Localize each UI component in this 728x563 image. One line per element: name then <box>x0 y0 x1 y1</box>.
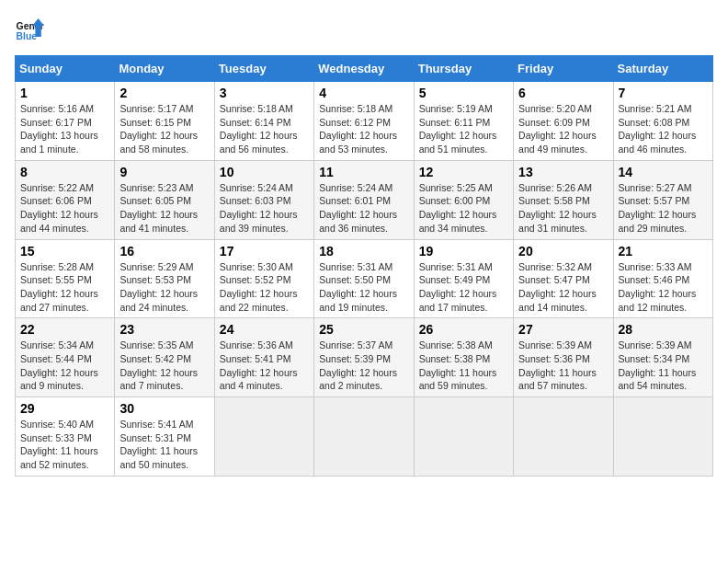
day-info: Sunrise: 5:34 AM Sunset: 5:44 PM Dayligh… <box>20 339 109 393</box>
calendar-cell: 8Sunrise: 5:22 AM Sunset: 6:06 PM Daylig… <box>16 160 115 239</box>
day-info: Sunrise: 5:21 AM Sunset: 6:08 PM Dayligh… <box>619 102 708 156</box>
day-number: 30 <box>119 401 209 416</box>
calendar-week-row: 1Sunrise: 5:16 AM Sunset: 6:17 PM Daylig… <box>16 82 713 161</box>
day-number: 28 <box>619 322 708 337</box>
calendar-cell: 5Sunrise: 5:19 AM Sunset: 6:11 PM Daylig… <box>414 82 513 161</box>
day-number: 17 <box>220 244 309 259</box>
calendar-cell: 10Sunrise: 5:24 AM Sunset: 6:03 PM Dayli… <box>214 160 313 239</box>
calendar-cell: 1Sunrise: 5:16 AM Sunset: 6:17 PM Daylig… <box>16 82 115 161</box>
day-number: 16 <box>119 244 209 259</box>
day-number: 4 <box>319 86 408 100</box>
day-number: 25 <box>319 322 408 337</box>
calendar-cell: 30Sunrise: 5:41 AM Sunset: 5:31 PM Dayli… <box>115 397 214 477</box>
calendar-cell: 11Sunrise: 5:24 AM Sunset: 6:01 PM Dayli… <box>314 160 414 239</box>
calendar-cell <box>214 397 313 477</box>
calendar-cell: 4Sunrise: 5:18 AM Sunset: 6:12 PM Daylig… <box>314 82 414 161</box>
day-info: Sunrise: 5:26 AM Sunset: 5:58 PM Dayligh… <box>518 181 608 236</box>
day-info: Sunrise: 5:36 AM Sunset: 5:41 PM Dayligh… <box>220 339 309 393</box>
calendar-week-row: 8Sunrise: 5:22 AM Sunset: 6:06 PM Daylig… <box>16 160 713 239</box>
header-sunday: Sunday <box>16 56 115 82</box>
svg-text:Blue: Blue <box>17 31 38 41</box>
day-info: Sunrise: 5:18 AM Sunset: 6:14 PM Dayligh… <box>220 102 309 156</box>
day-number: 15 <box>20 244 109 259</box>
calendar-cell: 27Sunrise: 5:39 AM Sunset: 5:36 PM Dayli… <box>514 318 613 397</box>
day-info: Sunrise: 5:29 AM Sunset: 5:53 PM Dayligh… <box>119 260 209 315</box>
day-info: Sunrise: 5:33 AM Sunset: 5:46 PM Dayligh… <box>619 260 708 315</box>
day-number: 27 <box>518 322 608 337</box>
day-number: 3 <box>220 86 309 100</box>
day-number: 13 <box>518 165 608 179</box>
day-info: Sunrise: 5:35 AM Sunset: 5:42 PM Dayligh… <box>119 339 209 393</box>
calendar-cell: 24Sunrise: 5:36 AM Sunset: 5:41 PM Dayli… <box>214 318 313 397</box>
logo-icon: General Blue <box>15 15 44 44</box>
calendar-cell: 18Sunrise: 5:31 AM Sunset: 5:50 PM Dayli… <box>314 239 414 318</box>
calendar-week-row: 15Sunrise: 5:28 AM Sunset: 5:55 PM Dayli… <box>16 239 713 318</box>
day-info: Sunrise: 5:30 AM Sunset: 5:52 PM Dayligh… <box>220 260 309 315</box>
day-number: 18 <box>319 244 408 259</box>
day-info: Sunrise: 5:22 AM Sunset: 6:06 PM Dayligh… <box>20 181 109 236</box>
calendar-header-row: SundayMondayTuesdayWednesdayThursdayFrid… <box>16 56 713 82</box>
calendar-cell: 14Sunrise: 5:27 AM Sunset: 5:57 PM Dayli… <box>613 160 712 239</box>
calendar-cell <box>414 397 513 477</box>
day-number: 6 <box>518 86 608 100</box>
calendar-cell <box>613 397 712 477</box>
calendar-cell <box>514 397 613 477</box>
day-number: 5 <box>419 86 508 100</box>
calendar-cell: 6Sunrise: 5:20 AM Sunset: 6:09 PM Daylig… <box>514 82 613 161</box>
day-number: 22 <box>20 322 109 337</box>
day-number: 1 <box>20 86 109 100</box>
day-number: 14 <box>619 165 708 179</box>
header-saturday: Saturday <box>613 56 712 82</box>
day-info: Sunrise: 5:39 AM Sunset: 5:34 PM Dayligh… <box>619 339 708 393</box>
day-number: 11 <box>319 165 408 179</box>
day-info: Sunrise: 5:28 AM Sunset: 5:55 PM Dayligh… <box>20 260 109 315</box>
header-thursday: Thursday <box>414 56 513 82</box>
header-monday: Monday <box>115 56 214 82</box>
day-info: Sunrise: 5:16 AM Sunset: 6:17 PM Dayligh… <box>20 102 109 156</box>
calendar-cell: 2Sunrise: 5:17 AM Sunset: 6:15 PM Daylig… <box>115 82 214 161</box>
day-number: 23 <box>119 322 209 337</box>
day-info: Sunrise: 5:31 AM Sunset: 5:50 PM Dayligh… <box>319 260 408 315</box>
calendar-cell: 19Sunrise: 5:31 AM Sunset: 5:49 PM Dayli… <box>414 239 513 318</box>
calendar-cell: 16Sunrise: 5:29 AM Sunset: 5:53 PM Dayli… <box>115 239 214 318</box>
calendar-cell: 3Sunrise: 5:18 AM Sunset: 6:14 PM Daylig… <box>214 82 313 161</box>
day-info: Sunrise: 5:41 AM Sunset: 5:31 PM Dayligh… <box>119 418 209 472</box>
day-number: 8 <box>20 165 109 179</box>
day-info: Sunrise: 5:24 AM Sunset: 6:01 PM Dayligh… <box>319 181 408 236</box>
day-info: Sunrise: 5:19 AM Sunset: 6:11 PM Dayligh… <box>419 102 508 156</box>
day-number: 26 <box>419 322 508 337</box>
calendar-cell: 25Sunrise: 5:37 AM Sunset: 5:39 PM Dayli… <box>314 318 414 397</box>
day-number: 9 <box>119 165 209 179</box>
header-wednesday: Wednesday <box>314 56 414 82</box>
calendar-cell: 12Sunrise: 5:25 AM Sunset: 6:00 PM Dayli… <box>414 160 513 239</box>
day-number: 7 <box>619 86 708 100</box>
calendar-week-row: 22Sunrise: 5:34 AM Sunset: 5:44 PM Dayli… <box>16 318 713 397</box>
day-number: 12 <box>419 165 508 179</box>
header-tuesday: Tuesday <box>214 56 313 82</box>
day-number: 21 <box>619 244 708 259</box>
day-number: 20 <box>518 244 608 259</box>
day-info: Sunrise: 5:38 AM Sunset: 5:38 PM Dayligh… <box>419 339 508 393</box>
day-info: Sunrise: 5:18 AM Sunset: 6:12 PM Dayligh… <box>319 102 408 156</box>
day-info: Sunrise: 5:25 AM Sunset: 6:00 PM Dayligh… <box>419 181 508 236</box>
calendar-cell: 9Sunrise: 5:23 AM Sunset: 6:05 PM Daylig… <box>115 160 214 239</box>
day-number: 29 <box>20 401 109 416</box>
calendar-cell: 22Sunrise: 5:34 AM Sunset: 5:44 PM Dayli… <box>16 318 115 397</box>
day-info: Sunrise: 5:20 AM Sunset: 6:09 PM Dayligh… <box>518 102 608 156</box>
calendar-cell: 23Sunrise: 5:35 AM Sunset: 5:42 PM Dayli… <box>115 318 214 397</box>
day-number: 24 <box>220 322 309 337</box>
calendar-cell: 20Sunrise: 5:32 AM Sunset: 5:47 PM Dayli… <box>514 239 613 318</box>
calendar-table: SundayMondayTuesdayWednesdayThursdayFrid… <box>15 55 713 477</box>
day-info: Sunrise: 5:23 AM Sunset: 6:05 PM Dayligh… <box>119 181 209 236</box>
day-info: Sunrise: 5:27 AM Sunset: 5:57 PM Dayligh… <box>619 181 708 236</box>
day-number: 19 <box>419 244 508 259</box>
calendar-cell <box>314 397 414 477</box>
calendar-cell: 13Sunrise: 5:26 AM Sunset: 5:58 PM Dayli… <box>514 160 613 239</box>
day-info: Sunrise: 5:31 AM Sunset: 5:49 PM Dayligh… <box>419 260 508 315</box>
logo: General Blue <box>15 15 44 44</box>
calendar-week-row: 29Sunrise: 5:40 AM Sunset: 5:33 PM Dayli… <box>16 397 713 477</box>
day-info: Sunrise: 5:37 AM Sunset: 5:39 PM Dayligh… <box>319 339 408 393</box>
header-friday: Friday <box>514 56 613 82</box>
calendar-cell: 7Sunrise: 5:21 AM Sunset: 6:08 PM Daylig… <box>613 82 712 161</box>
calendar-cell: 15Sunrise: 5:28 AM Sunset: 5:55 PM Dayli… <box>16 239 115 318</box>
